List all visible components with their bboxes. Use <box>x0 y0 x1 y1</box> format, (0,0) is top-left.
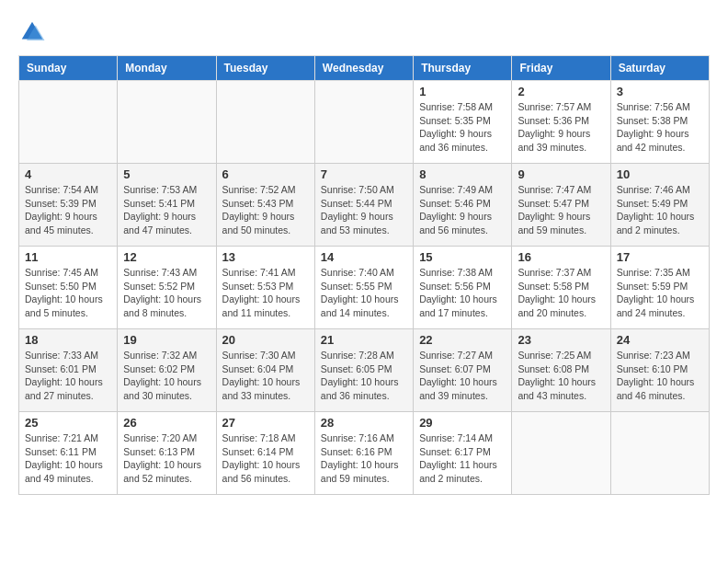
calendar-header-row: SundayMondayTuesdayWednesdayThursdayFrid… <box>19 56 710 81</box>
calendar-day-cell: 3Sunrise: 7:56 AM Sunset: 5:38 PM Daylig… <box>610 81 709 164</box>
calendar-week-row: 25Sunrise: 7:21 AM Sunset: 6:11 PM Dayli… <box>19 412 710 495</box>
calendar-day-cell: 2Sunrise: 7:57 AM Sunset: 5:36 PM Daylig… <box>512 81 610 164</box>
day-detail: Sunrise: 7:32 AM Sunset: 6:02 PM Dayligh… <box>123 349 210 403</box>
calendar-day-cell: 9Sunrise: 7:47 AM Sunset: 5:47 PM Daylig… <box>512 164 610 247</box>
weekday-header: Thursday <box>414 56 512 81</box>
day-number: 1 <box>419 85 506 98</box>
day-number: 10 <box>617 167 703 181</box>
calendar-day-cell: 21Sunrise: 7:28 AM Sunset: 6:05 PM Dayli… <box>314 329 413 412</box>
day-number: 23 <box>518 333 604 347</box>
day-detail: Sunrise: 7:50 AM Sunset: 5:44 PM Dayligh… <box>321 183 407 237</box>
day-number: 6 <box>222 167 309 181</box>
calendar-day-cell: 16Sunrise: 7:37 AM Sunset: 5:58 PM Dayli… <box>512 247 610 329</box>
day-detail: Sunrise: 7:53 AM Sunset: 5:41 PM Dayligh… <box>123 183 210 237</box>
day-number: 14 <box>321 250 407 264</box>
day-number: 11 <box>25 250 111 264</box>
day-detail: Sunrise: 7:40 AM Sunset: 5:55 PM Dayligh… <box>321 266 407 320</box>
day-detail: Sunrise: 7:21 AM Sunset: 6:11 PM Dayligh… <box>25 431 111 486</box>
day-number: 8 <box>419 167 506 181</box>
day-detail: Sunrise: 7:27 AM Sunset: 6:07 PM Dayligh… <box>419 349 506 403</box>
day-number: 18 <box>25 333 111 347</box>
day-detail: Sunrise: 7:46 AM Sunset: 5:49 PM Dayligh… <box>617 183 703 237</box>
day-number: 17 <box>617 250 703 264</box>
calendar-day-cell <box>314 81 413 164</box>
day-detail: Sunrise: 7:45 AM Sunset: 5:50 PM Dayligh… <box>25 266 111 320</box>
day-number: 7 <box>321 167 407 181</box>
day-detail: Sunrise: 7:38 AM Sunset: 5:56 PM Dayligh… <box>419 266 506 320</box>
calendar-day-cell: 25Sunrise: 7:21 AM Sunset: 6:11 PM Dayli… <box>19 412 118 495</box>
day-detail: Sunrise: 7:20 AM Sunset: 6:13 PM Dayligh… <box>123 431 210 486</box>
day-number: 2 <box>518 85 604 98</box>
calendar-day-cell: 26Sunrise: 7:20 AM Sunset: 6:13 PM Dayli… <box>118 412 216 495</box>
day-number: 28 <box>321 416 407 430</box>
calendar-day-cell: 7Sunrise: 7:50 AM Sunset: 5:44 PM Daylig… <box>314 164 413 247</box>
weekday-header: Saturday <box>610 56 709 81</box>
weekday-header: Friday <box>512 56 610 81</box>
calendar-day-cell: 22Sunrise: 7:27 AM Sunset: 6:07 PM Dayli… <box>414 329 512 412</box>
calendar-day-cell: 13Sunrise: 7:41 AM Sunset: 5:53 PM Dayli… <box>216 247 314 329</box>
calendar-day-cell <box>512 412 610 495</box>
day-number: 19 <box>123 333 210 347</box>
logo <box>18 18 50 46</box>
day-detail: Sunrise: 7:14 AM Sunset: 6:17 PM Dayligh… <box>419 431 506 486</box>
calendar-day-cell: 19Sunrise: 7:32 AM Sunset: 6:02 PM Dayli… <box>118 329 216 412</box>
calendar-day-cell: 4Sunrise: 7:54 AM Sunset: 5:39 PM Daylig… <box>19 164 118 247</box>
calendar-day-cell: 28Sunrise: 7:16 AM Sunset: 6:16 PM Dayli… <box>314 412 413 495</box>
calendar-day-cell <box>19 81 118 164</box>
day-number: 20 <box>222 333 309 347</box>
day-detail: Sunrise: 7:37 AM Sunset: 5:58 PM Dayligh… <box>518 266 604 320</box>
weekday-header: Tuesday <box>216 56 314 81</box>
day-number: 9 <box>518 167 604 181</box>
day-detail: Sunrise: 7:43 AM Sunset: 5:52 PM Dayligh… <box>123 266 210 320</box>
day-number: 26 <box>123 416 210 430</box>
day-detail: Sunrise: 7:56 AM Sunset: 5:38 PM Dayligh… <box>617 100 703 155</box>
day-number: 27 <box>222 416 309 430</box>
weekday-header: Sunday <box>19 56 118 81</box>
calendar-day-cell: 12Sunrise: 7:43 AM Sunset: 5:52 PM Dayli… <box>118 247 216 329</box>
calendar-day-cell: 5Sunrise: 7:53 AM Sunset: 5:41 PM Daylig… <box>118 164 216 247</box>
weekday-header: Monday <box>118 56 216 81</box>
calendar-day-cell <box>118 81 216 164</box>
calendar-day-cell: 10Sunrise: 7:46 AM Sunset: 5:49 PM Dayli… <box>610 164 709 247</box>
calendar-day-cell: 29Sunrise: 7:14 AM Sunset: 6:17 PM Dayli… <box>414 412 512 495</box>
day-detail: Sunrise: 7:49 AM Sunset: 5:46 PM Dayligh… <box>419 183 506 237</box>
calendar-day-cell: 27Sunrise: 7:18 AM Sunset: 6:14 PM Dayli… <box>216 412 314 495</box>
calendar-week-row: 1Sunrise: 7:58 AM Sunset: 5:35 PM Daylig… <box>19 81 710 164</box>
calendar-week-row: 18Sunrise: 7:33 AM Sunset: 6:01 PM Dayli… <box>19 329 710 412</box>
day-detail: Sunrise: 7:23 AM Sunset: 6:10 PM Dayligh… <box>617 349 703 403</box>
calendar-day-cell: 23Sunrise: 7:25 AM Sunset: 6:08 PM Dayli… <box>512 329 610 412</box>
day-number: 5 <box>123 167 210 181</box>
day-detail: Sunrise: 7:18 AM Sunset: 6:14 PM Dayligh… <box>222 431 309 486</box>
calendar-table: SundayMondayTuesdayWednesdayThursdayFrid… <box>18 55 710 495</box>
calendar-day-cell: 24Sunrise: 7:23 AM Sunset: 6:10 PM Dayli… <box>610 329 709 412</box>
day-detail: Sunrise: 7:58 AM Sunset: 5:35 PM Dayligh… <box>419 100 506 155</box>
day-number: 24 <box>617 333 703 347</box>
calendar-day-cell: 17Sunrise: 7:35 AM Sunset: 5:59 PM Dayli… <box>610 247 709 329</box>
day-detail: Sunrise: 7:52 AM Sunset: 5:43 PM Dayligh… <box>222 183 309 237</box>
day-detail: Sunrise: 7:16 AM Sunset: 6:16 PM Dayligh… <box>321 431 407 486</box>
calendar-day-cell: 1Sunrise: 7:58 AM Sunset: 5:35 PM Daylig… <box>414 81 512 164</box>
calendar-day-cell: 20Sunrise: 7:30 AM Sunset: 6:04 PM Dayli… <box>216 329 314 412</box>
day-detail: Sunrise: 7:25 AM Sunset: 6:08 PM Dayligh… <box>518 349 604 403</box>
logo-icon <box>18 18 46 46</box>
day-number: 3 <box>617 85 703 98</box>
day-number: 16 <box>518 250 604 264</box>
day-number: 22 <box>419 333 506 347</box>
calendar-day-cell <box>216 81 314 164</box>
day-number: 21 <box>321 333 407 347</box>
calendar-day-cell <box>610 412 709 495</box>
calendar-week-row: 4Sunrise: 7:54 AM Sunset: 5:39 PM Daylig… <box>19 164 710 247</box>
weekday-header: Wednesday <box>314 56 413 81</box>
day-detail: Sunrise: 7:30 AM Sunset: 6:04 PM Dayligh… <box>222 349 309 403</box>
day-number: 12 <box>123 250 210 264</box>
day-number: 4 <box>25 167 111 181</box>
page-header <box>18 18 710 46</box>
calendar-day-cell: 14Sunrise: 7:40 AM Sunset: 5:55 PM Dayli… <box>314 247 413 329</box>
day-number: 25 <box>25 416 111 430</box>
calendar-day-cell: 6Sunrise: 7:52 AM Sunset: 5:43 PM Daylig… <box>216 164 314 247</box>
day-detail: Sunrise: 7:28 AM Sunset: 6:05 PM Dayligh… <box>321 349 407 403</box>
calendar-day-cell: 11Sunrise: 7:45 AM Sunset: 5:50 PM Dayli… <box>19 247 118 329</box>
day-detail: Sunrise: 7:54 AM Sunset: 5:39 PM Dayligh… <box>25 183 111 237</box>
calendar-day-cell: 15Sunrise: 7:38 AM Sunset: 5:56 PM Dayli… <box>414 247 512 329</box>
day-detail: Sunrise: 7:57 AM Sunset: 5:36 PM Dayligh… <box>518 100 604 155</box>
